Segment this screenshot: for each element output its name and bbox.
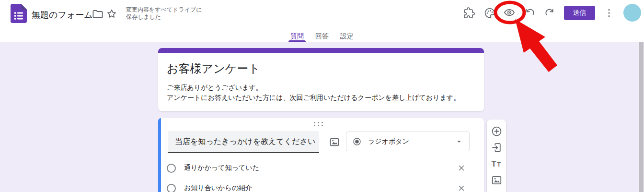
- question-text-input[interactable]: 当店を知ったきっかけを教えてください: [168, 131, 319, 153]
- option-label[interactable]: 通りかかって知っていた: [184, 164, 457, 172]
- option-row: 通りかかって知っていた: [167, 162, 466, 174]
- star-icon[interactable]: [106, 8, 117, 20]
- saved-status[interactable]: 変更内容をすべてドライブに 保存しました: [126, 6, 202, 21]
- theme-palette-icon[interactable]: [484, 7, 495, 19]
- add-image-to-question-icon[interactable]: [329, 136, 340, 148]
- option-row: お知り合いからの紹介: [167, 182, 466, 192]
- send-button[interactable]: 送信: [564, 6, 595, 20]
- tab-questions[interactable]: 質問: [288, 31, 306, 42]
- saved-status-line2: 保存しました: [126, 13, 202, 21]
- add-question-icon[interactable]: [491, 125, 503, 137]
- add-ons-puzzle-icon[interactable]: [463, 7, 475, 19]
- remove-option-icon[interactable]: [457, 164, 466, 172]
- editor-tabs: 質問 回答 設定: [0, 31, 644, 42]
- move-folder-icon[interactable]: [92, 8, 104, 20]
- google-forms-editor: 無題のフォーム 変更内容をすべてドライブに 保存しました: [0, 0, 644, 192]
- question-card[interactable]: 当店を知ったきっかけを教えてください ラジオボタン 通りかかって知っていた: [158, 118, 484, 192]
- question-type-dropdown[interactable]: ラジオボタン: [346, 132, 470, 151]
- survey-description-line1: ご来店ありがとうございます。: [167, 83, 475, 93]
- form-title[interactable]: 無題のフォーム: [32, 9, 93, 21]
- drag-handle-icon[interactable]: [314, 122, 326, 127]
- undo-icon[interactable]: [524, 7, 536, 19]
- remove-option-icon[interactable]: [457, 184, 466, 192]
- form-side-toolbar: T T: [487, 120, 506, 192]
- form-title-card[interactable]: お客様アンケート ご来店ありがとうございます。 アンケートにお答えいただいた方に…: [158, 48, 484, 111]
- option-radio-circle[interactable]: [167, 164, 176, 173]
- question-type-label: ラジオボタン: [368, 137, 448, 146]
- import-questions-icon[interactable]: [491, 142, 503, 154]
- option-label[interactable]: お知り合いからの紹介: [184, 184, 457, 192]
- survey-description[interactable]: ご来店ありがとうございます。 アンケートにお答えいただいた方には、次回ご利用いた…: [167, 83, 475, 103]
- svg-text:T: T: [497, 161, 501, 168]
- svg-text:T: T: [491, 159, 496, 168]
- preview-eye-icon[interactable]: [504, 7, 515, 18]
- saved-status-line1: 変更内容をすべてドライブに: [126, 6, 202, 13]
- selected-card-indicator: [158, 118, 161, 192]
- survey-title[interactable]: お客様アンケート: [167, 61, 475, 76]
- radio-button-type-icon: [352, 137, 362, 146]
- account-avatar[interactable]: [623, 4, 641, 22]
- survey-description-line2: アンケートにお答えいただいた方には、次回ご利用いただけるクーポンを差し上げており…: [167, 93, 475, 103]
- redo-icon[interactable]: [544, 7, 555, 19]
- tab-responses[interactable]: 回答: [313, 31, 331, 42]
- add-title-text-icon[interactable]: T T: [491, 158, 503, 170]
- app-header: 無題のフォーム 変更内容をすべてドライブに 保存しました: [0, 0, 644, 42]
- chevron-down-icon: [455, 137, 463, 146]
- more-vertical-icon[interactable]: [603, 7, 615, 19]
- option-radio-circle[interactable]: [167, 184, 176, 192]
- add-image-icon[interactable]: [491, 174, 503, 186]
- forms-logo-icon[interactable]: [11, 4, 27, 23]
- card-accent-bar: [158, 48, 484, 53]
- scrollbar-thumb[interactable]: [639, 42, 644, 192]
- tab-settings[interactable]: 設定: [338, 31, 356, 42]
